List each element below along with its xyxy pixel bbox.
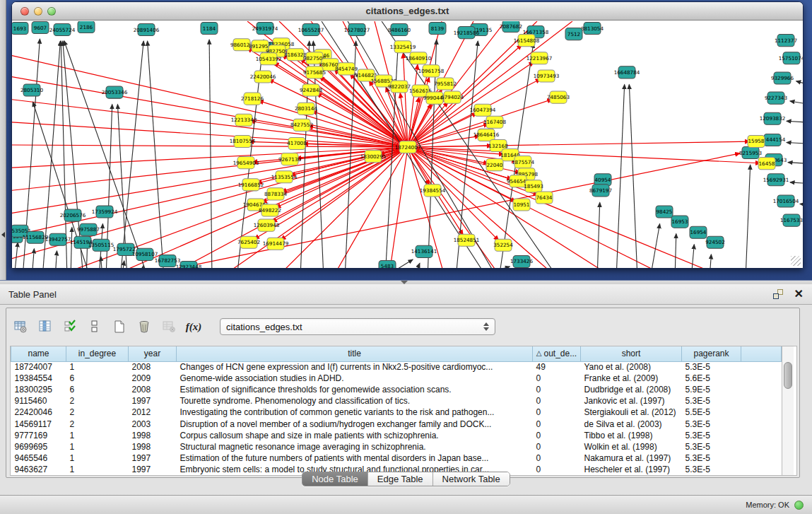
table-cell[interactable]: 6 bbox=[66, 384, 129, 395]
graph-node[interactable]: 12603948 bbox=[254, 219, 280, 231]
graph-node[interactable]: 7625402 bbox=[237, 236, 260, 248]
network-window-titlebar[interactable]: citations_edges.txt bbox=[12, 2, 803, 21]
graph-node[interactable]: 13942757 bbox=[45, 233, 71, 245]
table-cell[interactable]: 1 bbox=[66, 452, 129, 464]
table-cell[interactable]: 2003 bbox=[129, 418, 177, 429]
table-cell[interactable]: 9465546 bbox=[11, 452, 66, 464]
graph-node[interactable]: 10961758 bbox=[418, 65, 445, 77]
table-cell[interactable]: 5.3E-5 bbox=[682, 430, 741, 441]
table-cell[interactable]: Tibbo et al. (1998) bbox=[581, 430, 682, 441]
graph-node[interactable]: 40954 bbox=[594, 174, 611, 186]
column-header-in-degree[interactable]: in_degree bbox=[66, 346, 129, 361]
graph-node[interactable]: 12213343 bbox=[231, 114, 257, 126]
graph-node[interactable]: 22040 bbox=[486, 159, 503, 171]
graph-node[interactable]: 24931974 bbox=[252, 23, 278, 35]
table-settings-button[interactable] bbox=[12, 318, 29, 335]
table-cell[interactable]: 2 bbox=[66, 407, 129, 418]
table-row[interactable]: 911546021997Tourette syndrome. Phenomeno… bbox=[11, 395, 782, 407]
window-resize-grip[interactable] bbox=[791, 256, 801, 266]
graph-node[interactable]: 8215953 bbox=[739, 147, 762, 159]
table-cell[interactable]: 5.9E-5 bbox=[682, 384, 741, 395]
table-cell[interactable]: 2009 bbox=[129, 373, 177, 384]
table-cell[interactable]: Genome-wide association studies in ADHD. bbox=[177, 373, 533, 384]
table-cell[interactable]: 49 bbox=[533, 361, 581, 373]
table-cell[interactable]: 5.5E-5 bbox=[682, 407, 741, 418]
table-cell[interactable]: 9115460 bbox=[11, 395, 66, 407]
table-cell[interactable]: 14569117 bbox=[11, 418, 66, 429]
table-cell[interactable]: 2008 bbox=[129, 384, 177, 395]
close-panel-icon[interactable]: ✕ bbox=[794, 289, 804, 299]
table-row[interactable]: 2242004622012Investigating the contribut… bbox=[11, 407, 782, 418]
graph-node[interactable]: 9329966 bbox=[771, 72, 794, 84]
table-cell[interactable]: 5.3E-5 bbox=[682, 361, 741, 373]
graph-node[interactable]: 16648784 bbox=[614, 66, 640, 78]
tab-node-table[interactable]: Node Table bbox=[302, 472, 368, 486]
graph-node[interactable]: 1733426 bbox=[510, 255, 533, 267]
table-cell[interactable]: 1 bbox=[66, 430, 129, 441]
graph-node[interactable]: 1167533 bbox=[780, 214, 803, 226]
column-header-out-de-[interactable]: △out_de... bbox=[533, 346, 581, 361]
graph-node[interactable]: 15751074 bbox=[779, 52, 803, 64]
graph-node[interactable]: 8878334 bbox=[264, 188, 287, 200]
table-cell[interactable]: Disruption of a novel member of a sodium… bbox=[177, 418, 533, 429]
table-cell[interactable]: de Silva et al. (2003) bbox=[581, 418, 682, 429]
table-cell[interactable]: Franke et al. (2009) bbox=[581, 373, 682, 384]
table-cell[interactable]: 0 bbox=[533, 441, 581, 452]
graph-node[interactable]: 18524851 bbox=[454, 234, 480, 246]
graph-node[interactable]: 7512 bbox=[565, 28, 582, 40]
table-cell[interactable]: Changes of HCN gene expression and I(f) … bbox=[177, 361, 533, 373]
graph-node[interactable]: 8679197 bbox=[589, 185, 612, 197]
graph-node[interactable]: 185493 bbox=[524, 180, 543, 192]
graph-node[interactable]: 15278027 bbox=[344, 24, 370, 36]
table-cell[interactable]: 1 bbox=[66, 441, 129, 452]
graph-node[interactable]: 76434 bbox=[536, 192, 553, 204]
table-row[interactable]: 969969511998Structural magnetic resonanc… bbox=[11, 441, 782, 452]
table-cell[interactable]: 0 bbox=[533, 407, 581, 418]
table-cell[interactable]: Nakamura et al. (1997) bbox=[581, 452, 682, 464]
tab-network-table[interactable]: Network Table bbox=[433, 472, 510, 486]
graph-node[interactable]: 5483 bbox=[379, 260, 396, 268]
graph-node[interactable]: 8486160 bbox=[388, 24, 411, 36]
table-row[interactable]: 1830029562008Estimation of significance … bbox=[11, 384, 782, 395]
table-cell[interactable]: 5.3E-5 bbox=[682, 441, 741, 452]
new-table-button[interactable] bbox=[111, 318, 128, 335]
graph-node[interactable]: 15692931 bbox=[763, 174, 789, 186]
table-cell[interactable]: 2012 bbox=[129, 407, 177, 418]
function-builder-button[interactable]: f(x) bbox=[185, 318, 202, 335]
graph-node[interactable]: 9227343 bbox=[765, 92, 787, 104]
graph-node[interactable]: 16458 bbox=[758, 158, 775, 170]
graph-node[interactable]: 12093832 bbox=[760, 112, 786, 124]
close-window-icon[interactable] bbox=[20, 7, 29, 16]
table-cell[interactable]: 0 bbox=[533, 430, 581, 441]
graph-node[interactable]: 98425 bbox=[656, 206, 673, 218]
graph-node[interactable]: 6794024 bbox=[441, 91, 464, 103]
graph-node[interactable]: 24055724 bbox=[49, 24, 76, 36]
graph-node[interactable]: 15958 bbox=[748, 135, 765, 147]
tab-edge-table[interactable]: Edge Table bbox=[368, 472, 433, 486]
graph-node[interactable]: 1167408 bbox=[483, 116, 506, 128]
graph-node[interactable]: 2186 bbox=[78, 21, 95, 33]
graph-node[interactable]: 9607 bbox=[32, 22, 49, 34]
table-cell[interactable]: 22420046 bbox=[11, 407, 66, 418]
table-cell[interactable]: 5.3E-5 bbox=[682, 395, 741, 407]
table-cell[interactable]: 5.3E-5 bbox=[682, 452, 741, 464]
graph-node[interactable]: 924502 bbox=[705, 236, 724, 248]
table-cell[interactable]: 2 bbox=[66, 418, 129, 429]
graph-node[interactable]: 7955812 bbox=[434, 78, 457, 90]
table-scrollbar-thumb[interactable] bbox=[784, 362, 792, 389]
graph-node[interactable]: 20206576 bbox=[60, 209, 86, 221]
graph-node[interactable]: 8498222 bbox=[259, 204, 281, 216]
table-cell[interactable]: 1998 bbox=[129, 441, 177, 452]
graph-node[interactable]: 2718126 bbox=[241, 93, 264, 105]
zoom-window-icon[interactable] bbox=[47, 7, 56, 16]
table-cell[interactable]: 1997 bbox=[129, 395, 177, 407]
network-canvas[interactable]: 1693960724055724218620891406118424931974… bbox=[12, 21, 803, 268]
table-scrollbar[interactable] bbox=[782, 346, 794, 475]
table-row[interactable]: 1938455462009Genome-wide association stu… bbox=[11, 373, 782, 384]
graph-node[interactable]: 18640910 bbox=[406, 52, 432, 64]
memory-status-icon[interactable] bbox=[794, 501, 804, 510]
graph-node[interactable]: 417008 bbox=[287, 137, 307, 149]
table-cell[interactable]: Structural magnetic resonance image aver… bbox=[177, 441, 533, 452]
graph-node[interactable]: 2087682 bbox=[500, 21, 522, 33]
column-header-short[interactable]: short bbox=[581, 346, 682, 361]
